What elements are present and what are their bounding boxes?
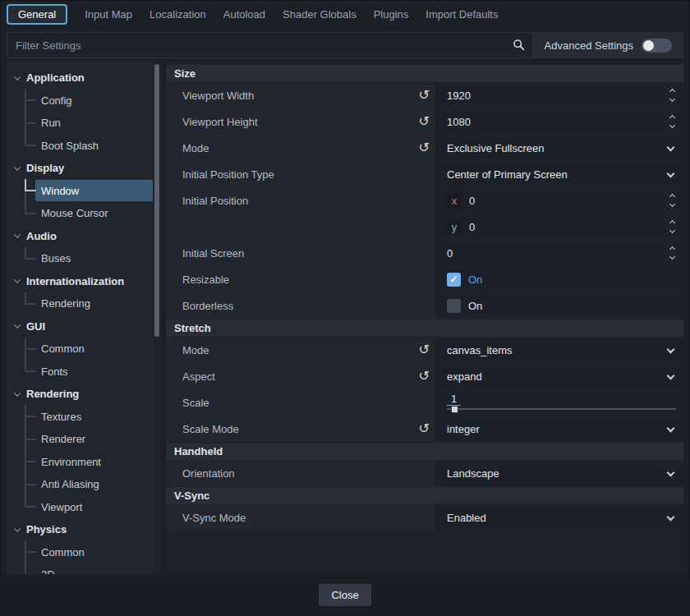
sidebar-item-internationalization[interactable]: Internationalization [7, 269, 161, 292]
revert-icon[interactable]: ↺ [419, 422, 430, 435]
sidebar-item-mouse-cursor[interactable]: Mouse Cursor [7, 202, 161, 225]
setting-label: Aspect [182, 370, 215, 383]
slider-track[interactable] [447, 408, 676, 410]
sidebar-item-config[interactable]: Config [7, 89, 161, 112]
mode-dropdown[interactable]: Exclusive Fullscreen [435, 136, 683, 161]
sidebar-item-audio[interactable]: Audio [7, 224, 161, 247]
stretch-scale-slider[interactable]: 1 [435, 390, 683, 416]
sidebar-item-gui[interactable]: GUI [7, 315, 161, 338]
section-title: V-Sync [174, 490, 209, 502]
tab-import-defaults[interactable]: Import Defaults [426, 5, 498, 24]
setting-label: Mode [182, 344, 209, 356]
chevron-down-icon [668, 510, 674, 522]
sidebar-item-display[interactable]: Display [7, 157, 161, 180]
borderless-editor: On [435, 293, 683, 319]
viewport-width-field[interactable]: 1920 [435, 83, 683, 108]
setting-label: V-Sync Mode [182, 512, 246, 524]
stretch-scale-mode-dropdown[interactable]: integer [435, 416, 683, 442]
tab-localization[interactable]: Localization [150, 5, 206, 24]
initial-position-y-field[interactable]: y 0 [435, 214, 683, 240]
section-header-stretch: Stretch [166, 319, 683, 337]
revert-icon[interactable]: ↺ [419, 115, 430, 128]
stretch-mode-dropdown[interactable]: canvas_items [435, 338, 683, 363]
chevron-down-icon [668, 421, 674, 434]
vsync-mode-dropdown[interactable]: Enabled [435, 505, 683, 531]
resizable-editor: ✓ On [435, 267, 683, 292]
sidebar-item-renderer[interactable]: Renderer [7, 428, 161, 451]
sidebar-item-boot-splash[interactable]: Boot Splash [7, 134, 161, 157]
sidebar-item-viewport[interactable]: Viewport [7, 495, 161, 518]
chevron-down-icon[interactable] [14, 389, 21, 396]
spinner-updown-icon[interactable] [670, 247, 674, 259]
sidebar-item-textures[interactable]: Textures [7, 405, 161, 428]
sidebar-item-run[interactable]: Run [7, 112, 161, 135]
dialog-footer: Close [0, 576, 690, 616]
search-input[interactable] [7, 32, 533, 57]
settings-panel: Size Viewport Width ↺ 1920 Viewport Heig… [166, 62, 683, 574]
x-axis-badge: x [447, 193, 462, 208]
row-stretch-scale-mode: Scale Mode ↺ integer [166, 416, 683, 442]
sidebar-item-label: Viewport [41, 501, 82, 513]
revert-icon[interactable]: ↺ [419, 141, 430, 154]
sidebar-item-fonts[interactable]: Fonts [7, 360, 161, 383]
sidebar-item-label: Textures [41, 411, 81, 423]
chevron-down-icon[interactable] [14, 73, 21, 80]
advanced-settings-group: Advanced Settings [533, 32, 683, 57]
sidebar-item-label: Window [41, 185, 79, 197]
sidebar-item-2d[interactable]: 2D [7, 563, 161, 574]
sidebar-item-anti-aliasing[interactable]: Anti Aliasing [7, 473, 161, 496]
tab-autoload[interactable]: Autoload [223, 5, 265, 24]
setting-label: Scale [182, 397, 209, 409]
tab-plugins[interactable]: Plugins [374, 5, 409, 24]
sidebar-item-label: 2D [41, 568, 55, 574]
revert-icon[interactable]: ↺ [419, 89, 430, 102]
sidebar-item-label: Rendering [41, 297, 90, 310]
revert-icon[interactable]: ↺ [419, 343, 430, 356]
field-value: 1920 [447, 90, 471, 102]
tab-general[interactable]: General [7, 4, 67, 25]
checkbox-checked[interactable]: ✓ [447, 273, 461, 287]
row-viewport-height: Viewport Height ↺ 1080 [166, 109, 683, 135]
checkbox-unchecked[interactable] [447, 299, 461, 313]
sidebar-item-common[interactable]: Common [7, 540, 161, 563]
row-vsync-mode: V-Sync Mode Enabled [166, 505, 683, 531]
chevron-down-icon[interactable] [14, 163, 21, 170]
setting-label: Scale Mode [182, 423, 239, 435]
tab-bar: GeneralInput MapLocalizationAutoloadShad… [0, 0, 690, 29]
chevron-down-icon[interactable] [14, 276, 21, 283]
tab-input-map[interactable]: Input Map [85, 5, 132, 24]
spinner-updown-icon[interactable] [670, 90, 674, 101]
chevron-down-icon[interactable] [14, 231, 21, 237]
row-stretch-mode: Mode ↺ canvas_items [166, 338, 683, 363]
slider-handle[interactable] [452, 407, 458, 412]
sidebar-item-application[interactable]: Application [7, 67, 161, 90]
sidebar-item-rendering[interactable]: Rendering [7, 292, 161, 315]
sidebar-item-label: Internationalization [26, 275, 124, 287]
sidebar-scrollbar-thumb[interactable] [154, 64, 159, 337]
chevron-down-icon[interactable] [14, 525, 21, 531]
field-value: 0 [447, 247, 453, 260]
stretch-aspect-dropdown[interactable]: expand [435, 364, 683, 389]
initial-screen-field[interactable]: 0 [435, 241, 683, 266]
sidebar-item-label: Audio [26, 230, 57, 242]
close-button[interactable]: Close [319, 584, 370, 606]
tab-shader-globals[interactable]: Shader Globals [283, 5, 356, 24]
sidebar-item-common[interactable]: Common [7, 338, 161, 361]
sidebar-item-environment[interactable]: Environment [7, 450, 161, 473]
sidebar-item-rendering[interactable]: Rendering [7, 383, 161, 406]
spinner-updown-icon[interactable] [670, 195, 674, 206]
viewport-height-field[interactable]: 1080 [435, 109, 683, 135]
field-value: 0 [469, 221, 475, 233]
revert-icon[interactable]: ↺ [419, 370, 430, 383]
chevron-down-icon[interactable] [14, 321, 21, 328]
sidebar-item-physics[interactable]: Physics [7, 518, 161, 541]
initial-position-type-dropdown[interactable]: Center of Primary Screen [435, 162, 683, 187]
initial-position-x-field[interactable]: x 0 [435, 188, 683, 214]
sidebar-item-buses[interactable]: Buses [7, 247, 161, 270]
advanced-settings-toggle[interactable] [642, 39, 672, 53]
spinner-updown-icon[interactable] [670, 116, 674, 127]
spinner-updown-icon[interactable] [670, 221, 674, 232]
sidebar-item-label: Fonts [41, 365, 68, 378]
orientation-dropdown[interactable]: Landscape [435, 461, 683, 486]
sidebar-item-window[interactable]: Window [7, 179, 161, 202]
